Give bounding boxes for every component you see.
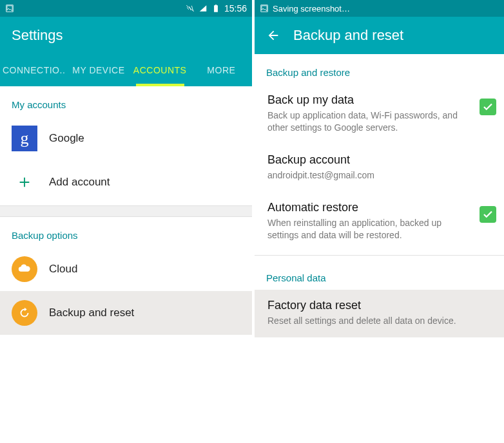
backup-content: Backup and restore Back up my data Back … [255,54,504,443]
item-title: Backup account [267,153,465,167]
signal-icon [199,4,208,13]
settings-content: My accounts g Google Add account Backup … [0,86,252,443]
item-back-up-my-data[interactable]: Back up my data Back up application data… [255,84,504,144]
settings-tabs: CONNECTIO.. MY DEVICE ACCOUNTS MORE [0,54,252,86]
checkbox-backup-my-data[interactable] [480,99,496,115]
backup-header: Backup and reset [255,17,504,54]
option-backup-reset-label: Backup and reset [49,306,134,319]
section-divider [0,205,252,217]
add-account-button[interactable]: Add account [0,160,252,204]
tab-accounts[interactable]: ACCOUNTS [130,54,191,86]
section-my-accounts: My accounts [0,86,252,117]
item-automatic-restore[interactable]: Automatic restore When reinstalling an a… [255,192,504,252]
option-cloud[interactable]: Cloud [0,247,252,291]
item-title: Back up my data [267,93,465,107]
plus-icon [12,169,37,195]
status-text: Saving screenshot… [273,4,350,14]
status-bar: Saving screenshot… [255,0,504,17]
tab-my-device[interactable]: MY DEVICE [68,54,129,86]
item-title: Automatic restore [267,201,465,214]
header-title: Settings [12,27,63,44]
item-subtitle: Back up application data, Wi-Fi password… [267,109,465,134]
header-title: Backup and reset [293,27,403,44]
backup-reset-icon [12,300,37,326]
google-icon: g [12,126,37,151]
item-backup-account[interactable]: Backup account androidpit.test@gmail.com [255,144,504,192]
phone-backup-reset: Saving screenshot… Backup and reset Back… [252,0,504,443]
picture-icon [5,4,14,13]
divider [255,255,504,256]
item-factory-reset[interactable]: Factory data reset Reset all settings an… [255,290,504,337]
account-google-label: Google [49,132,84,145]
status-bar: 15:56 [0,0,252,17]
account-google[interactable]: g Google [0,117,252,160]
option-cloud-label: Cloud [49,263,77,276]
section-personal-data: Personal data [255,259,504,290]
back-button[interactable] [266,28,280,42]
vibrate-icon [186,4,195,13]
tab-connections[interactable]: CONNECTIO.. [0,54,68,86]
checkbox-automatic-restore[interactable] [480,206,496,223]
add-account-label: Add account [49,176,110,189]
item-subtitle: When reinstalling an application, backed… [267,217,465,241]
item-title: Factory data reset [267,299,465,312]
item-subtitle: Reset all settings and delete all data o… [267,315,465,327]
settings-header: Settings [0,17,252,54]
clock-text: 15:56 [224,3,247,14]
item-subtitle: androidpit.test@gmail.com [267,169,465,182]
cloud-icon [12,256,37,282]
option-backup-reset[interactable]: Backup and reset [0,291,252,335]
picture-icon [260,4,269,13]
tab-more[interactable]: MORE [191,54,252,86]
phone-settings: 15:56 Settings CONNECTIO.. MY DEVICE ACC… [0,0,252,443]
section-backup-options: Backup options [0,217,252,247]
battery-icon [211,4,220,13]
section-backup-restore: Backup and restore [255,54,504,84]
